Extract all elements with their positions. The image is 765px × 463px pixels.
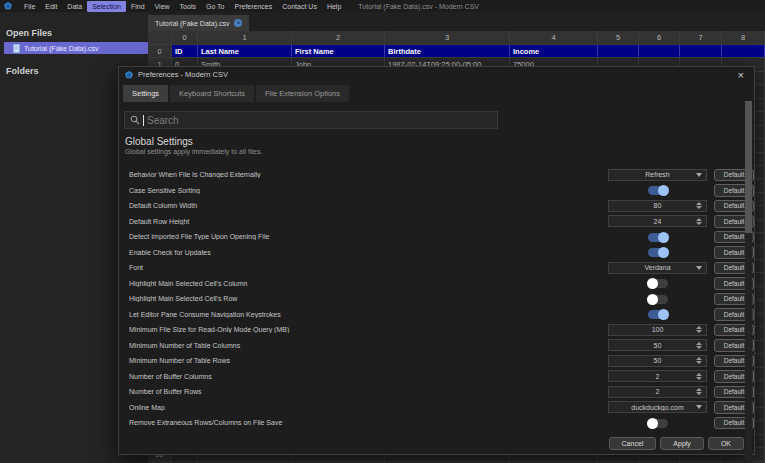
grid-cell[interactable] <box>639 45 680 58</box>
menu-preferences[interactable]: Preferences <box>230 1 278 12</box>
setting-control <box>608 294 707 304</box>
number-stepper[interactable]: 2 <box>608 386 707 398</box>
menu-go-to[interactable]: Go To <box>201 1 230 12</box>
grid-corner-cell[interactable] <box>148 31 172 45</box>
grid-column-header[interactable]: 4 <box>510 31 598 45</box>
grid-cell[interactable]: First Name <box>292 45 385 58</box>
open-files-header: Open Files <box>0 24 148 42</box>
tab-bar: Tutorial (Fake Data).csv <box>148 12 765 31</box>
dialog-tab-keyboard-shortcuts[interactable]: Keyboard Shortcuts <box>170 85 254 102</box>
dropdown-select[interactable]: Verdana <box>608 262 707 274</box>
tab-close-icon[interactable] <box>234 19 242 27</box>
chevron-down-icon <box>696 405 702 409</box>
setting-control <box>608 185 707 195</box>
app-logo-icon <box>4 2 12 10</box>
setting-row: Online Mapduckduckgo.comDefault <box>119 400 754 416</box>
setting-row: Case Sensitive SortingDefault <box>119 183 754 199</box>
stepper-arrows-icon[interactable] <box>696 218 702 225</box>
number-stepper[interactable]: 24 <box>608 215 707 227</box>
stepper-arrows-icon[interactable] <box>696 326 702 333</box>
menu-find[interactable]: Find <box>126 1 150 12</box>
grid-column-header[interactable]: 8 <box>722 31 765 45</box>
setting-label: Minimum Number of Table Columns <box>129 342 608 349</box>
grid-cell[interactable]: ID <box>172 45 198 58</box>
stepper-arrows-icon[interactable] <box>696 388 702 395</box>
setting-row: Detect Imported File Type Upon Opening F… <box>119 229 754 245</box>
grid-column-header[interactable]: 2 <box>292 31 385 45</box>
grid-cell[interactable]: Income <box>510 45 598 58</box>
setting-row: Behavior When File Is Changed Externally… <box>119 167 754 183</box>
menu-data[interactable]: Data <box>62 1 87 12</box>
dialog-tab-settings[interactable]: Settings <box>123 85 168 102</box>
setting-label: Let Editor Pane Consume Navigation Keyst… <box>129 311 608 318</box>
setting-label: Font <box>129 264 608 271</box>
stepper-arrows-icon[interactable] <box>696 357 702 364</box>
dialog-app-icon <box>125 71 133 79</box>
number-stepper[interactable]: 100 <box>608 324 707 336</box>
menu-view[interactable]: View <box>150 1 175 12</box>
grid-row-number[interactable]: 0 <box>148 45 172 58</box>
field-value: Refresh <box>609 171 706 178</box>
app-window: FileEditDataSelectionFindViewToolsGo ToP… <box>0 0 765 463</box>
grid-column-header[interactable]: 7 <box>680 31 722 45</box>
grid-column-header[interactable]: 3 <box>385 31 510 45</box>
setting-label: Enable Check for Updates <box>129 249 608 256</box>
menu-selection[interactable]: Selection <box>87 1 126 12</box>
toggle-switch[interactable] <box>648 279 668 288</box>
toggle-switch[interactable] <box>648 233 668 242</box>
grid-cell[interactable]: Birthdate <box>385 45 510 58</box>
number-stepper[interactable]: 50 <box>608 355 707 367</box>
menu-contact-us[interactable]: Contact Us <box>277 1 322 12</box>
stepper-arrows-icon[interactable] <box>696 202 702 209</box>
dialog-tab-file-extension-options[interactable]: File Extension Options <box>256 85 349 102</box>
number-stepper[interactable]: 2 <box>608 370 707 382</box>
menu-help[interactable]: Help <box>322 1 346 12</box>
grid-column-header[interactable]: 1 <box>198 31 292 45</box>
toggle-switch[interactable] <box>648 310 668 319</box>
field-value: 100 <box>609 326 706 333</box>
grid-column-header[interactable]: 0 <box>172 31 198 45</box>
scrollbar-thumb[interactable] <box>745 101 752 233</box>
setting-row: Let Editor Pane Consume Navigation Keyst… <box>119 307 754 323</box>
text-caret <box>143 115 144 126</box>
setting-row: FontVerdanaDefault <box>119 260 754 276</box>
grid-column-header[interactable]: 6 <box>639 31 680 45</box>
menu-tools[interactable]: Tools <box>175 1 201 12</box>
number-stepper[interactable]: 80 <box>608 200 707 212</box>
toggle-knob <box>658 232 669 243</box>
ok-button[interactable]: OK <box>708 437 744 451</box>
toggle-switch[interactable] <box>648 419 668 428</box>
stepper-arrows-icon[interactable] <box>696 342 702 349</box>
apply-button[interactable]: Apply <box>660 437 704 451</box>
dialog-close-icon[interactable] <box>738 69 744 81</box>
toggle-switch[interactable] <box>648 295 668 304</box>
setting-row: Number of Buffer Columns2Default <box>119 369 754 385</box>
setting-row: Minimum Number of Table Rows50Default <box>119 353 754 369</box>
grid-header-row: 012345678 <box>148 31 765 45</box>
file-icon <box>13 44 20 53</box>
menu-edit[interactable]: Edit <box>40 1 62 12</box>
number-stepper[interactable]: 50 <box>608 339 707 351</box>
setting-label: Remove Extraneous Rows/Columns on File S… <box>129 419 608 426</box>
cancel-button[interactable]: Cancel <box>609 437 657 451</box>
file-tab[interactable]: Tutorial (Fake Data).csv <box>148 15 249 31</box>
window-title: Tutorial (Fake Data).csv - Modern CSV <box>358 3 479 10</box>
menu-file[interactable]: File <box>19 1 40 12</box>
dropdown-select[interactable]: duckduckgo.com <box>608 401 707 413</box>
grid-cell[interactable] <box>598 45 639 58</box>
grid-cell[interactable] <box>680 45 722 58</box>
grid-cell[interactable] <box>722 45 765 58</box>
dropdown-select[interactable]: Refresh <box>608 169 707 181</box>
field-value: 80 <box>609 202 706 209</box>
grid-column-header[interactable]: 5 <box>598 31 639 45</box>
stepper-arrows-icon[interactable] <box>696 373 702 380</box>
search-input[interactable] <box>147 115 492 126</box>
open-file-item[interactable]: Tutorial (Fake Data).csv <box>4 42 148 54</box>
toggle-switch[interactable] <box>648 186 668 195</box>
toggle-switch[interactable] <box>648 248 668 257</box>
setting-control: 2 <box>608 370 707 382</box>
search-box[interactable] <box>124 111 498 129</box>
section-title: Global Settings <box>125 136 754 147</box>
grid-cell[interactable]: Last Name <box>198 45 292 58</box>
dialog-scrollbar[interactable] <box>745 101 752 463</box>
